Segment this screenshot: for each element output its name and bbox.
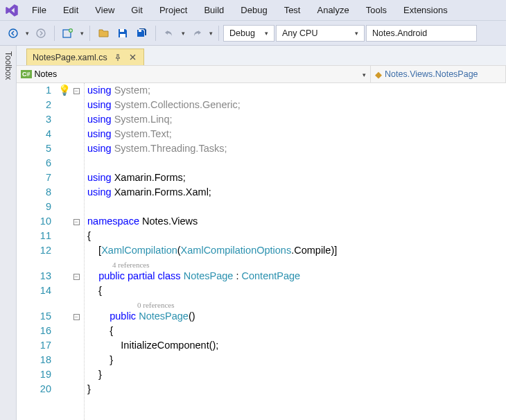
- platform-combo-text: Any CPU: [279, 28, 351, 38]
- config-combo-text: Debug: [227, 28, 261, 38]
- lightbulb-gutter: 💡: [58, 83, 71, 420]
- code-editor[interactable]: 1234567891011121314151617181920 💡 −−−− u…: [17, 83, 506, 420]
- menu-edit[interactable]: Edit: [55, 0, 87, 20]
- fold-gutter[interactable]: −−−−: [71, 83, 82, 420]
- menu-tools[interactable]: Tools: [358, 0, 395, 20]
- open-file-button[interactable]: [94, 24, 112, 42]
- vs-logo: [0, 0, 24, 20]
- toolbox-panel-tab[interactable]: Toolbox: [0, 46, 17, 420]
- menu-git[interactable]: Git: [123, 0, 151, 20]
- document-tab-title: NotesPage.xaml.cs: [33, 53, 107, 62]
- line-number-gutter: 1234567891011121314151617181920: [17, 83, 58, 420]
- config-combo[interactable]: Debug: [223, 25, 274, 42]
- document-tab-active[interactable]: NotesPage.xaml.cs: [26, 49, 144, 65]
- svg-rect-5: [120, 34, 125, 37]
- toolbox-label: Toolbox: [3, 51, 13, 420]
- class-icon: ◆: [375, 69, 382, 80]
- close-icon[interactable]: [128, 53, 138, 62]
- platform-combo[interactable]: Any CPU: [276, 25, 365, 42]
- undo-button[interactable]: [160, 24, 178, 42]
- redo-button[interactable]: [188, 24, 206, 42]
- scope-combo-text: Notes: [35, 69, 58, 79]
- menu-test[interactable]: Test: [276, 0, 309, 20]
- menubar: FileEditViewGitProjectBuildDebugTestAnal…: [0, 0, 506, 21]
- new-project-button[interactable]: [59, 24, 77, 42]
- csharp-icon: C#: [21, 70, 32, 78]
- indent-guide: [82, 83, 87, 420]
- fold-toggle[interactable]: −: [73, 274, 80, 280]
- target-combo-text: Notes.Android: [369, 28, 473, 38]
- code-content[interactable]: using System;using System.Collections.Ge…: [87, 83, 506, 420]
- fold-toggle[interactable]: −: [73, 88, 80, 94]
- menu-debug[interactable]: Debug: [232, 0, 275, 20]
- menu-view[interactable]: View: [87, 0, 123, 20]
- target-combo[interactable]: Notes.Android: [366, 25, 477, 42]
- svg-rect-4: [120, 29, 124, 32]
- fold-toggle[interactable]: −: [73, 219, 80, 225]
- toolbar: Debug Any CPU Notes.Android: [0, 21, 506, 46]
- nav-back-button[interactable]: [4, 24, 22, 42]
- nav-back-dropdown[interactable]: [24, 24, 30, 42]
- lightbulb-icon[interactable]: 💡: [58, 85, 71, 96]
- chevron-down-icon: [261, 30, 271, 37]
- menu-file[interactable]: File: [24, 0, 55, 20]
- fold-toggle[interactable]: −: [73, 314, 80, 320]
- svg-point-1: [37, 29, 45, 37]
- document-tab-well: NotesPage.xaml.cs: [17, 46, 506, 65]
- chevron-down-icon: [363, 69, 366, 79]
- scope-combo[interactable]: C# Notes: [17, 66, 371, 82]
- undo-dropdown[interactable]: [180, 24, 186, 42]
- pin-icon[interactable]: [113, 53, 123, 62]
- new-project-dropdown[interactable]: [78, 24, 85, 42]
- svg-point-0: [9, 29, 17, 37]
- redo-dropdown[interactable]: [207, 24, 214, 42]
- save-all-button[interactable]: [133, 24, 151, 42]
- chevron-down-icon: [351, 30, 361, 37]
- member-combo[interactable]: ◆ Notes.Views.NotesPage: [371, 66, 506, 82]
- member-combo-text: Notes.Views.NotesPage: [385, 69, 478, 79]
- menu-project[interactable]: Project: [151, 0, 195, 20]
- menu-build[interactable]: Build: [195, 0, 232, 20]
- menu-extensions[interactable]: Extensions: [395, 0, 456, 20]
- nav-forward-button[interactable]: [32, 24, 50, 42]
- menu-analyze[interactable]: Analyze: [308, 0, 357, 20]
- editor-navbar: C# Notes ◆ Notes.Views.NotesPage: [17, 65, 506, 83]
- svg-rect-6: [139, 30, 141, 32]
- save-button[interactable]: [114, 24, 132, 42]
